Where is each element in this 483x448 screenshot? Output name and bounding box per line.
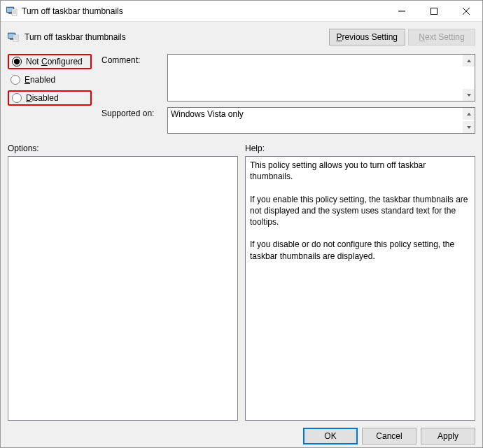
svg-rect-3 [12, 9, 17, 15]
minimize-button[interactable] [386, 1, 418, 22]
pane-labels: Options: Help: [8, 144, 475, 155]
previous-setting-button[interactable]: Previous Setting [329, 29, 405, 46]
state-radio-group: Not Configured Enabled Disabled [8, 54, 92, 134]
svg-rect-13 [10, 38, 13, 40]
policy-title: Turn off taskbar thumbnails [24, 32, 126, 42]
next-setting-button[interactable]: Next Setting [408, 29, 475, 46]
radio-disabled[interactable]: Disabled [8, 90, 92, 106]
radio-not-configured-label: Not Configured [26, 57, 83, 66]
window-title: Turn off taskbar thumbnails [22, 6, 123, 16]
dialog-buttons: OK Cancel Apply [8, 421, 475, 444]
apply-button[interactable]: Apply [421, 428, 475, 444]
supported-textbox: Windows Vista only [167, 107, 475, 134]
policy-header: Turn off taskbar thumbnails Previous Set… [8, 29, 475, 46]
cancel-button[interactable]: Cancel [362, 428, 416, 444]
options-pane [8, 156, 238, 421]
maximize-button[interactable] [418, 1, 450, 22]
svg-rect-14 [13, 35, 18, 41]
settings-right: Comment: Supported on: Windows Vista onl… [102, 54, 475, 134]
radio-enabled-label: Enabled [24, 75, 55, 85]
help-text: This policy setting allows you to turn o… [246, 157, 475, 265]
close-button[interactable] [450, 1, 482, 22]
app-icon [6, 6, 18, 17]
panes: This policy setting allows you to turn o… [8, 156, 475, 421]
settings-section: Not Configured Enabled Disabled Comment: [8, 54, 475, 134]
supported-row: Supported on: Windows Vista only [102, 107, 475, 134]
supported-label: Supported on: [102, 107, 162, 118]
radio-not-configured[interactable]: Not Configured [8, 54, 92, 69]
radio-disabled-input[interactable] [12, 93, 22, 103]
comment-label: Comment: [102, 54, 162, 65]
help-pane: This policy setting allows you to turn o… [245, 156, 475, 421]
radio-enabled[interactable]: Enabled [8, 72, 92, 88]
radio-enabled-input[interactable] [10, 75, 20, 85]
ok-button[interactable]: OK [303, 428, 358, 444]
comment-textbox[interactable] [167, 54, 475, 102]
radio-disabled-label: Disabled [26, 93, 59, 103]
options-label: Options: [8, 144, 238, 155]
title-bar: Turn off taskbar thumbnails [1, 1, 482, 22]
client-area: Turn off taskbar thumbnails Previous Set… [1, 22, 482, 448]
policy-icon [8, 31, 19, 43]
svg-rect-2 [8, 13, 12, 14]
radio-not-configured-input[interactable] [12, 57, 22, 66]
comment-row: Comment: [102, 54, 475, 102]
help-label: Help: [245, 144, 475, 155]
svg-rect-8 [431, 8, 438, 14]
